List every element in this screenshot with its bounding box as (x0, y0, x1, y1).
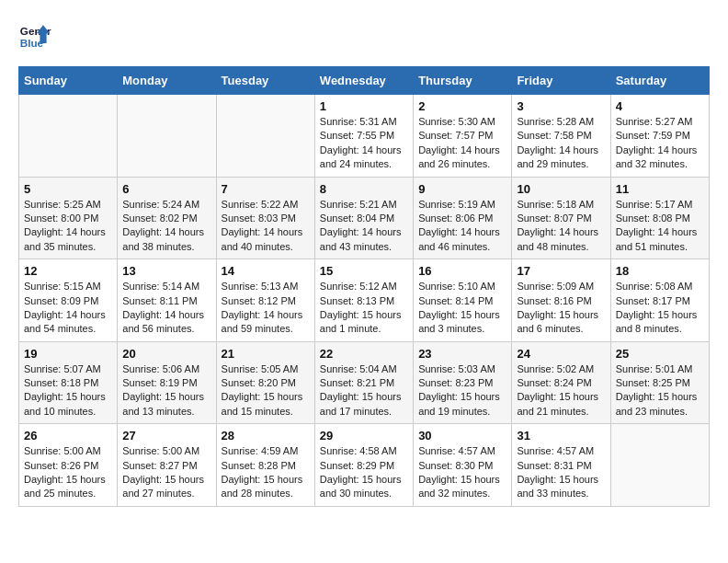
cell-sunset: Sunset: 8:30 PM (418, 460, 493, 471)
day-number: 14 (222, 264, 310, 278)
cell-sunrise: Sunrise: 5:21 AM (320, 199, 397, 210)
calendar-cell: 6Sunrise: 5:24 AMSunset: 8:02 PMDaylight… (118, 177, 216, 259)
cell-daylight: Daylight: 14 hours and 29 minutes. (517, 144, 598, 169)
day-number: 7 (222, 182, 310, 196)
day-number: 28 (222, 429, 310, 442)
day-number: 1 (320, 99, 408, 113)
cell-daylight: Daylight: 14 hours and 46 minutes. (418, 226, 500, 251)
cell-sunrise: Sunrise: 5:13 AM (222, 281, 299, 292)
calendar-cell: 9Sunrise: 5:19 AMSunset: 8:06 PMDaylight… (414, 177, 512, 259)
day-number: 15 (320, 264, 408, 278)
cell-daylight: Daylight: 15 hours and 13 minutes. (122, 391, 204, 416)
weekday-header-friday: Friday (512, 67, 610, 95)
calendar-cell: 10Sunrise: 5:18 AMSunset: 8:07 PMDayligh… (512, 177, 610, 259)
calendar-cell (216, 95, 314, 178)
cell-daylight: Daylight: 15 hours and 27 minutes. (122, 474, 204, 499)
calendar-cell: 13Sunrise: 5:14 AMSunset: 8:11 PMDayligh… (118, 259, 216, 342)
cell-sunrise: Sunrise: 5:27 AM (616, 116, 693, 127)
day-number: 26 (24, 429, 112, 442)
calendar-cell (19, 95, 118, 178)
day-number: 16 (418, 264, 506, 278)
cell-sunset: Sunset: 8:09 PM (24, 295, 98, 306)
calendar-cell: 22Sunrise: 5:04 AMSunset: 8:21 PMDayligh… (314, 341, 413, 424)
cell-daylight: Daylight: 14 hours and 43 minutes. (320, 226, 402, 251)
day-number: 25 (616, 347, 704, 361)
day-number: 23 (418, 347, 506, 361)
cell-sunset: Sunset: 7:55 PM (320, 130, 394, 141)
cell-daylight: Daylight: 15 hours and 19 minutes. (418, 391, 500, 416)
calendar-cell: 31Sunrise: 4:57 AMSunset: 8:31 PMDayligh… (512, 424, 610, 507)
calendar-week-3: 12Sunrise: 5:15 AMSunset: 8:09 PMDayligh… (19, 259, 710, 342)
cell-daylight: Daylight: 15 hours and 32 minutes. (418, 474, 500, 499)
cell-daylight: Daylight: 14 hours and 54 minutes. (24, 309, 106, 334)
calendar-table: SundayMondayTuesdayWednesdayThursdayFrid… (18, 66, 710, 507)
cell-daylight: Daylight: 15 hours and 15 minutes. (222, 391, 303, 416)
cell-daylight: Daylight: 15 hours and 8 minutes. (616, 309, 698, 334)
calendar-cell (118, 95, 216, 178)
weekday-header-sunday: Sunday (19, 67, 118, 95)
cell-sunset: Sunset: 8:26 PM (24, 460, 98, 471)
cell-daylight: Daylight: 14 hours and 40 minutes. (222, 226, 303, 251)
cell-daylight: Daylight: 14 hours and 56 minutes. (122, 309, 204, 334)
cell-sunrise: Sunrise: 5:30 AM (418, 116, 495, 127)
cell-sunrise: Sunrise: 5:15 AM (24, 281, 101, 292)
cell-sunset: Sunset: 8:02 PM (122, 213, 197, 224)
cell-sunset: Sunset: 8:31 PM (517, 460, 591, 471)
cell-sunrise: Sunrise: 5:00 AM (122, 445, 199, 456)
weekday-header-tuesday: Tuesday (216, 67, 314, 95)
calendar-cell: 7Sunrise: 5:22 AMSunset: 8:03 PMDaylight… (216, 177, 314, 259)
cell-sunrise: Sunrise: 5:28 AM (517, 116, 594, 127)
day-number: 30 (418, 429, 506, 442)
cell-sunrise: Sunrise: 5:25 AM (24, 199, 101, 210)
calendar-cell: 27Sunrise: 5:00 AMSunset: 8:27 PMDayligh… (118, 424, 216, 507)
cell-sunrise: Sunrise: 5:04 AM (320, 363, 397, 374)
cell-daylight: Daylight: 15 hours and 17 minutes. (320, 391, 402, 416)
cell-sunset: Sunset: 8:29 PM (320, 460, 394, 471)
calendar-cell: 23Sunrise: 5:03 AMSunset: 8:23 PMDayligh… (414, 341, 512, 424)
cell-daylight: Daylight: 15 hours and 23 minutes. (616, 391, 698, 416)
calendar-cell: 11Sunrise: 5:17 AMSunset: 8:08 PMDayligh… (610, 177, 709, 259)
cell-sunrise: Sunrise: 5:12 AM (320, 281, 397, 292)
cell-sunset: Sunset: 8:04 PM (320, 213, 394, 224)
day-number: 5 (24, 182, 112, 196)
day-number: 21 (222, 347, 310, 361)
cell-sunset: Sunset: 8:24 PM (517, 377, 591, 388)
cell-sunset: Sunset: 8:07 PM (517, 213, 591, 224)
cell-daylight: Daylight: 15 hours and 30 minutes. (320, 474, 402, 499)
cell-sunrise: Sunrise: 4:58 AM (320, 445, 397, 456)
cell-sunrise: Sunrise: 5:01 AM (616, 363, 693, 374)
cell-sunset: Sunset: 8:16 PM (517, 295, 591, 306)
day-number: 24 (517, 347, 605, 361)
calendar-cell: 2Sunrise: 5:30 AMSunset: 7:57 PMDaylight… (414, 95, 512, 178)
calendar-cell: 17Sunrise: 5:09 AMSunset: 8:16 PMDayligh… (512, 259, 610, 342)
calendar-cell: 1Sunrise: 5:31 AMSunset: 7:55 PMDaylight… (314, 95, 413, 178)
cell-sunset: Sunset: 8:17 PM (616, 295, 690, 306)
page-header: General Blue (18, 18, 710, 52)
day-number: 6 (122, 182, 210, 196)
cell-sunrise: Sunrise: 5:22 AM (222, 199, 299, 210)
calendar-cell: 16Sunrise: 5:10 AMSunset: 8:14 PMDayligh… (414, 259, 512, 342)
cell-daylight: Daylight: 15 hours and 1 minute. (320, 309, 402, 334)
cell-sunset: Sunset: 8:20 PM (222, 377, 296, 388)
cell-sunset: Sunset: 7:59 PM (616, 130, 690, 141)
cell-sunrise: Sunrise: 5:18 AM (517, 199, 594, 210)
cell-daylight: Daylight: 14 hours and 48 minutes. (517, 226, 598, 251)
cell-sunset: Sunset: 8:18 PM (24, 377, 98, 388)
cell-sunrise: Sunrise: 5:19 AM (418, 199, 495, 210)
cell-sunrise: Sunrise: 5:08 AM (616, 281, 693, 292)
cell-daylight: Daylight: 14 hours and 38 minutes. (122, 226, 204, 251)
day-number: 20 (122, 347, 210, 361)
cell-daylight: Daylight: 15 hours and 33 minutes. (517, 474, 598, 499)
cell-daylight: Daylight: 15 hours and 3 minutes. (418, 309, 500, 334)
day-number: 10 (517, 182, 605, 196)
calendar-cell: 8Sunrise: 5:21 AMSunset: 8:04 PMDaylight… (314, 177, 413, 259)
cell-daylight: Daylight: 14 hours and 51 minutes. (616, 226, 698, 251)
cell-sunset: Sunset: 8:13 PM (320, 295, 394, 306)
cell-daylight: Daylight: 15 hours and 6 minutes. (517, 309, 598, 334)
cell-sunset: Sunset: 8:00 PM (24, 213, 98, 224)
cell-sunrise: Sunrise: 5:06 AM (122, 363, 199, 374)
calendar-cell: 29Sunrise: 4:58 AMSunset: 8:29 PMDayligh… (314, 424, 413, 507)
calendar-cell: 18Sunrise: 5:08 AMSunset: 8:17 PMDayligh… (610, 259, 709, 342)
day-number: 13 (122, 264, 210, 278)
cell-sunrise: Sunrise: 5:31 AM (320, 116, 397, 127)
